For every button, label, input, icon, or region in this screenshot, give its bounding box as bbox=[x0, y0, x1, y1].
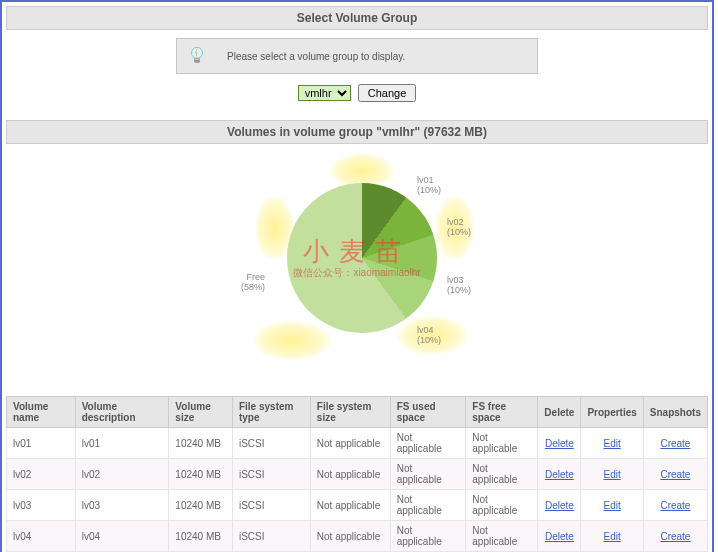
table-header-row: Volume name Volume description Volume si… bbox=[7, 397, 708, 428]
tip-text: Please select a volume group to display. bbox=[227, 51, 405, 62]
slice-label-lv01: lv01(10%) bbox=[417, 176, 441, 196]
cell-desc: lv01 bbox=[75, 428, 169, 459]
vg-dropdown[interactable]: vmlhr bbox=[298, 85, 351, 101]
cell-fstype: iSCSI bbox=[232, 521, 310, 552]
cell-fsused: Not applicable bbox=[390, 428, 466, 459]
cell-name: lv02 bbox=[7, 459, 76, 490]
edit-link[interactable]: Edit bbox=[603, 438, 620, 449]
slice-label-lv03: lv03(10%) bbox=[447, 276, 471, 296]
delete-link-cell: Delete bbox=[538, 521, 581, 552]
cell-fsfree: Not applicable bbox=[466, 521, 538, 552]
cell-name: lv01 bbox=[7, 428, 76, 459]
cell-fstype: iSCSI bbox=[232, 428, 310, 459]
th-fsfree: FS free space bbox=[466, 397, 538, 428]
volumes-table: Volume name Volume description Volume si… bbox=[6, 396, 708, 552]
th-name: Volume name bbox=[7, 397, 76, 428]
cell-fsfree: Not applicable bbox=[466, 490, 538, 521]
cell-name: lv03 bbox=[7, 490, 76, 521]
create-link-cell: Create bbox=[643, 490, 707, 521]
delete-link[interactable]: Delete bbox=[545, 500, 574, 511]
edit-link[interactable]: Edit bbox=[603, 469, 620, 480]
slice-label-lv04: lv04(10%) bbox=[417, 326, 441, 346]
table-row: lv02lv0210240 MBiSCSINot applicableNot a… bbox=[7, 459, 708, 490]
delete-link[interactable]: Delete bbox=[545, 438, 574, 449]
delete-link-cell: Delete bbox=[538, 428, 581, 459]
create-link[interactable]: Create bbox=[660, 469, 690, 480]
th-delete: Delete bbox=[538, 397, 581, 428]
cell-desc: lv03 bbox=[75, 490, 169, 521]
th-fstype: File system type bbox=[232, 397, 310, 428]
th-desc: Volume description bbox=[75, 397, 169, 428]
table-row: lv03lv0310240 MBiSCSINot applicableNot a… bbox=[7, 490, 708, 521]
cell-name: lv04 bbox=[7, 521, 76, 552]
th-fsused: FS used space bbox=[390, 397, 466, 428]
edit-link[interactable]: Edit bbox=[603, 531, 620, 542]
edit-link-cell: Edit bbox=[581, 459, 643, 490]
cell-fssize: Not applicable bbox=[310, 428, 390, 459]
edit-link[interactable]: Edit bbox=[603, 500, 620, 511]
slice-label-free: Free(58%) bbox=[241, 273, 265, 293]
cell-fsused: Not applicable bbox=[390, 521, 466, 552]
delete-link[interactable]: Delete bbox=[545, 531, 574, 542]
create-link[interactable]: Create bbox=[660, 500, 690, 511]
delete-link-cell: Delete bbox=[538, 459, 581, 490]
edit-link-cell: Edit bbox=[581, 521, 643, 552]
cell-fssize: Not applicable bbox=[310, 490, 390, 521]
create-link-cell: Create bbox=[643, 428, 707, 459]
th-snaps: Snapshots bbox=[643, 397, 707, 428]
create-link[interactable]: Create bbox=[660, 438, 690, 449]
th-props: Properties bbox=[581, 397, 643, 428]
pie-body bbox=[287, 183, 437, 333]
edit-link-cell: Edit bbox=[581, 428, 643, 459]
create-link-cell: Create bbox=[643, 459, 707, 490]
cell-fsused: Not applicable bbox=[390, 490, 466, 521]
cell-fssize: Not applicable bbox=[310, 459, 390, 490]
th-fssize: File system size bbox=[310, 397, 390, 428]
slice-label-lv02: lv02(10%) bbox=[447, 218, 471, 238]
select-vg-title: Select Volume Group bbox=[6, 6, 708, 30]
cell-desc: lv02 bbox=[75, 459, 169, 490]
lightbulb-icon bbox=[187, 45, 207, 67]
cell-size: 10240 MB bbox=[169, 459, 233, 490]
page: Select Volume Group Please select a volu… bbox=[0, 0, 714, 552]
cell-fsused: Not applicable bbox=[390, 459, 466, 490]
cell-fsfree: Not applicable bbox=[466, 459, 538, 490]
cell-fsfree: Not applicable bbox=[466, 428, 538, 459]
change-button[interactable]: Change bbox=[358, 84, 417, 102]
create-link-cell: Create bbox=[643, 521, 707, 552]
pie-chart: lv01(10%) lv02(10%) lv03(10%) lv04(10%) … bbox=[207, 148, 507, 388]
cell-size: 10240 MB bbox=[169, 521, 233, 552]
cell-size: 10240 MB bbox=[169, 428, 233, 459]
table-row: lv04lv0410240 MBiSCSINot applicableNot a… bbox=[7, 521, 708, 552]
delete-link-cell: Delete bbox=[538, 490, 581, 521]
cell-fstype: iSCSI bbox=[232, 490, 310, 521]
create-link[interactable]: Create bbox=[660, 531, 690, 542]
edit-link-cell: Edit bbox=[581, 490, 643, 521]
th-size: Volume size bbox=[169, 397, 233, 428]
tip-box: Please select a volume group to display. bbox=[176, 38, 538, 74]
cell-size: 10240 MB bbox=[169, 490, 233, 521]
volumes-title: Volumes in volume group "vmlhr" (97632 M… bbox=[6, 120, 708, 144]
vg-selector-row: vmlhr Change bbox=[2, 84, 712, 102]
cell-fssize: Not applicable bbox=[310, 521, 390, 552]
cell-desc: lv04 bbox=[75, 521, 169, 552]
table-row: lv01lv0110240 MBiSCSINot applicableNot a… bbox=[7, 428, 708, 459]
delete-link[interactable]: Delete bbox=[545, 469, 574, 480]
cell-fstype: iSCSI bbox=[232, 459, 310, 490]
